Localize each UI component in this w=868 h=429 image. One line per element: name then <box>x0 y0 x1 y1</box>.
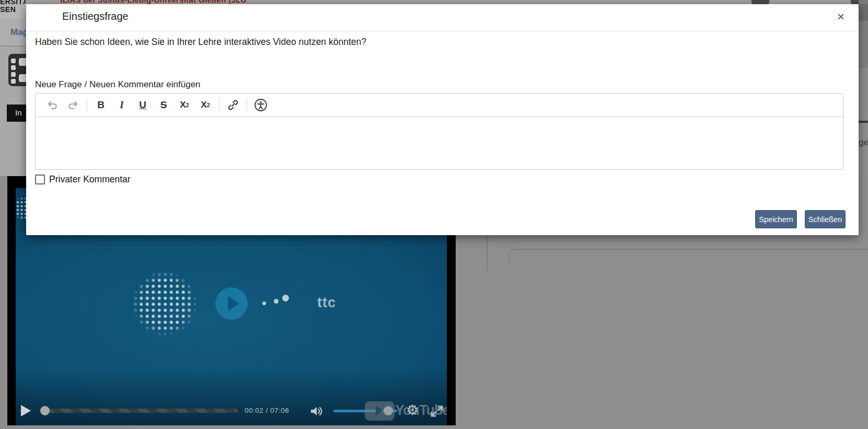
underlying-panel-border <box>487 235 488 270</box>
toolbar-separator <box>247 98 247 112</box>
play-icon <box>228 296 239 311</box>
page: ERSITÄT SEN ILIAS der Justus-Liebig-Univ… <box>0 0 868 429</box>
halftone-sphere-large <box>132 271 197 336</box>
editor-content[interactable] <box>36 117 843 170</box>
settings-gear-icon[interactable]: ⚙ <box>406 402 419 419</box>
redo-button[interactable] <box>63 96 84 114</box>
modal-title: Einstiegsfrage <box>62 10 129 22</box>
right-page-edge: ge <box>859 0 868 429</box>
toolbar-separator <box>87 98 87 112</box>
private-comment-label: Privater Kommentar <box>49 174 131 185</box>
progress-bar[interactable] <box>45 409 238 413</box>
decorative-dot <box>282 295 289 302</box>
fullscreen-icon[interactable] <box>430 405 444 418</box>
subscript-button[interactable]: X2 <box>174 96 195 114</box>
university-logo: ERSITÄT SEN <box>0 0 26 19</box>
bold-button[interactable]: B <box>90 96 111 114</box>
editor-toolbar: B I U S X2 X2 <box>36 94 843 117</box>
superscript-button[interactable]: X2 <box>195 96 216 114</box>
youtube-watermark-icon <box>365 401 395 421</box>
page-heading-partial: ILIAS der Justus-Liebig-Universität Gieß… <box>60 0 247 4</box>
tab-bar: Mag <box>0 19 26 46</box>
undo-button[interactable] <box>42 96 63 114</box>
italic-button[interactable]: I <box>111 96 132 114</box>
time-separator: / <box>266 407 268 414</box>
strikethrough-button[interactable]: S <box>153 96 174 114</box>
header-icon-fragment <box>751 0 769 4</box>
close-button[interactable]: Schließen <box>805 210 846 228</box>
logo-line-2: SEN <box>0 6 26 14</box>
tab-magazin[interactable]: Mag <box>10 27 26 38</box>
decorative-dot <box>274 299 279 304</box>
einstiegsfrage-modal: Einstiegsfrage × Haben Sie schon Ideen, … <box>26 4 859 235</box>
slide-word-partial: ttc <box>317 295 336 311</box>
rich-text-editor: B I U S X2 X2 <box>35 93 843 170</box>
video-controls-bar: 00:02 / 07:06 YouTube ⚙ <box>16 401 447 422</box>
modal-header: Einstiegsfrage × <box>26 4 859 31</box>
right-text-partial: ge <box>859 137 868 148</box>
play-button[interactable] <box>21 405 31 416</box>
progress-scrubber[interactable] <box>40 406 50 415</box>
content-title-bar: In <box>7 105 27 122</box>
save-button[interactable]: Speichern <box>755 210 797 228</box>
question-text: Haben Sie schon Ideen, wie Sie in Ihrer … <box>35 37 366 48</box>
content-title-partial: In <box>15 108 22 117</box>
time-current: 00:02 <box>245 407 263 414</box>
private-comment-checkbox[interactable] <box>35 175 45 184</box>
editor-label: Neue Frage / Neuen Kommentar einfügen <box>35 79 201 90</box>
accessibility-checker-button[interactable] <box>250 96 271 114</box>
header-icon-fragment <box>851 0 859 4</box>
toolbar-separator <box>219 98 219 112</box>
video-play-overlay-button[interactable] <box>215 287 248 320</box>
underline-button[interactable]: U <box>132 96 153 114</box>
link-button[interactable] <box>223 96 244 114</box>
time-display: 00:02 / 07:06 <box>245 407 289 414</box>
underlying-panel-edge <box>508 249 868 264</box>
modal-close-icon[interactable]: × <box>832 8 849 25</box>
decorative-dot <box>262 302 266 305</box>
time-total: 07:06 <box>270 407 289 414</box>
page-header-strip: ILIAS der Justus-Liebig-Universität Gieß… <box>26 0 859 4</box>
volume-icon[interactable] <box>310 405 325 417</box>
